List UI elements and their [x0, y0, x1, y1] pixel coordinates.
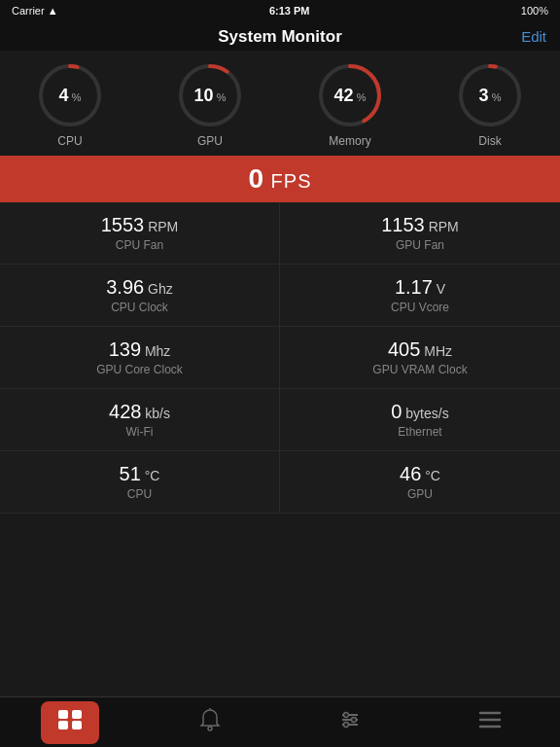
cell-label: GPU VRAM Clock — [296, 363, 544, 376]
gauge-memory: 42 % Memory — [315, 60, 385, 148]
alerts-icon — [199, 708, 221, 737]
tab-dashboard[interactable] — [41, 701, 99, 744]
tab-bar — [0, 696, 560, 747]
cell-label: GPU — [296, 487, 544, 501]
dashboard-icon — [57, 709, 83, 736]
gauge-gpu: 10 % GPU — [175, 60, 245, 148]
cell-value: 46 °C — [296, 463, 544, 485]
data-cell-row3-left: 428 kb/s Wi-Fi — [0, 389, 280, 451]
data-cell-row4-right: 46 °C GPU — [280, 451, 560, 514]
cell-label: CPU Clock — [16, 301, 263, 314]
fps-unit: FPS — [271, 170, 312, 192]
svg-rect-9 — [72, 710, 82, 719]
data-grid: 1553 RPM CPU Fan 1153 RPM GPU Fan 3.96 G… — [0, 202, 560, 514]
carrier-signal: Carrier ▲ — [12, 5, 58, 17]
svg-point-17 — [344, 712, 349, 717]
svg-rect-10 — [58, 721, 68, 729]
cell-value: 0 bytes/s — [296, 401, 544, 423]
gauge-value-cpu: 4 — [59, 86, 69, 105]
cell-label: Wi-Fi — [16, 425, 263, 439]
status-bar: Carrier ▲ 6:13 PM 100% — [0, 0, 560, 21]
battery: 100% — [521, 5, 548, 17]
data-cell-row3-right: 0 bytes/s Ethernet — [280, 389, 560, 451]
gauge-circle-disk: 3 % — [455, 60, 525, 130]
cell-value: 1553 RPM — [16, 214, 263, 236]
fps-bar: 0 FPS — [0, 156, 560, 202]
gauge-label-cpu: CPU — [57, 134, 82, 148]
svg-rect-11 — [72, 721, 82, 729]
cell-value: 428 kb/s — [16, 401, 263, 423]
cell-value: 3.96 Ghz — [16, 276, 263, 299]
header: System Monitor Edit — [0, 21, 560, 51]
gauge-label-disk: Disk — [478, 134, 501, 148]
tab-menu[interactable] — [461, 701, 519, 744]
data-cell-row2-right: 405 MHz GPU VRAM Clock — [280, 327, 560, 389]
menu-icon — [478, 710, 502, 735]
cell-label: CPU — [16, 487, 263, 501]
svg-point-19 — [344, 722, 349, 727]
cell-value: 139 Mhz — [16, 338, 263, 361]
gauge-label-gpu: GPU — [197, 134, 223, 148]
gauges-row: 4 % CPU 10 % GPU 42 % Memory — [0, 51, 560, 156]
settings-icon — [338, 708, 362, 737]
gauge-disk: 3 % Disk — [455, 60, 525, 148]
gauge-value-gpu: 10 — [194, 86, 214, 105]
gauge-circle-gpu: 10 % — [175, 60, 245, 130]
gauge-value-disk: 3 — [479, 86, 489, 105]
cell-value: 1153 RPM — [296, 214, 544, 236]
cell-value: 51 °C — [16, 463, 263, 485]
cell-value: 405 MHz — [296, 338, 544, 361]
data-cell-row2-left: 139 Mhz GPU Core Clock — [0, 327, 280, 389]
cell-label: CPU Vcore — [296, 301, 544, 314]
gauge-circle-cpu: 4 % — [35, 60, 105, 130]
data-cell-row4-left: 51 °C CPU — [0, 451, 280, 514]
edit-button[interactable]: Edit — [521, 28, 546, 45]
gauge-circle-memory: 42 % — [315, 60, 385, 130]
app-title: System Monitor — [218, 27, 342, 46]
data-cell-row1-right: 1.17 V CPU Vcore — [280, 265, 560, 327]
cell-label: GPU Core Clock — [16, 363, 263, 376]
cell-label: Ethernet — [296, 425, 544, 439]
svg-point-18 — [352, 717, 357, 722]
tab-alerts[interactable] — [181, 701, 239, 744]
data-cell-row0-left: 1553 RPM CPU Fan — [0, 202, 280, 265]
gauge-label-memory: Memory — [329, 134, 370, 148]
data-cell-row0-right: 1153 RPM GPU Fan — [280, 202, 560, 265]
time: 6:13 PM — [269, 5, 310, 17]
gauge-cpu: 4 % CPU — [35, 60, 105, 148]
fps-value: 0 — [248, 163, 264, 194]
gauge-value-memory: 42 — [334, 86, 354, 105]
svg-rect-8 — [58, 710, 68, 719]
cell-label: CPU Fan — [16, 238, 263, 252]
data-cell-row1-left: 3.96 Ghz CPU Clock — [0, 265, 280, 327]
svg-point-12 — [208, 727, 212, 730]
cell-value: 1.17 V — [296, 276, 544, 299]
cell-label: GPU Fan — [296, 238, 544, 252]
tab-settings[interactable] — [321, 701, 379, 744]
